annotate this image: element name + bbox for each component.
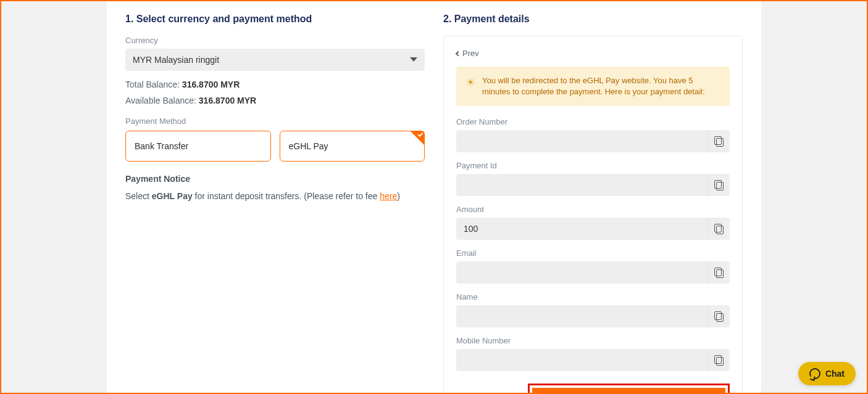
available-balance-label: Available Balance: (125, 96, 196, 105)
chat-widget[interactable]: Chat (798, 362, 856, 385)
proceed-highlight: Proceed (528, 384, 730, 394)
payment-method-eghl[interactable]: eGHL Pay (280, 131, 425, 162)
chat-icon (809, 368, 820, 379)
currency-select[interactable]: MYR Malaysian ringgit (125, 49, 425, 71)
selected-corner-icon (411, 131, 424, 145)
warning-message: You will be redirected to the eGHL Pay w… (482, 75, 720, 97)
step1-panel: 1. Select currency and payment method Cu… (125, 14, 425, 380)
payment-id-input[interactable] (456, 174, 707, 196)
chat-label: Chat (825, 369, 845, 379)
amount-input[interactable] (456, 218, 707, 240)
prev-link[interactable]: Prev (456, 49, 730, 58)
copy-icon (715, 312, 723, 321)
currency-label: Currency (125, 36, 425, 45)
step2-panel: 2. Payment details Prev ☀ You will be re… (443, 14, 743, 380)
copy-button[interactable] (707, 305, 730, 327)
step1-title: 1. Select currency and payment method (125, 14, 425, 25)
field-label: Name (456, 292, 730, 302)
copy-button[interactable] (707, 349, 730, 371)
payment-notice-text: Select eGHL Pay for instant deposit tran… (125, 191, 425, 201)
payment-details-panel: Prev ☀ You will be redirected to the eGH… (443, 36, 743, 394)
payment-method-label-text: eGHL Pay (289, 141, 328, 151)
total-balance-value: 316.8700 MYR (182, 80, 240, 89)
payment-method-group: Bank Transfer eGHL Pay (125, 131, 425, 162)
field-email: Email (456, 248, 730, 284)
sun-icon: ☀ (466, 76, 475, 97)
notice-prefix: Select (125, 191, 152, 201)
notice-bold: eGHL Pay (152, 191, 193, 201)
field-name: Name (456, 292, 730, 327)
notice-suffix: ) (397, 191, 400, 201)
cancel-button[interactable]: Cancel (456, 384, 518, 394)
copy-icon (715, 356, 723, 365)
copy-button[interactable] (707, 174, 730, 196)
fee-link[interactable]: here (380, 191, 397, 201)
prev-text: Prev (462, 49, 479, 58)
action-row: Cancel Proceed (456, 384, 730, 394)
available-balance-row: Available Balance: 316.8700 MYR (125, 96, 425, 105)
payment-method-bank-transfer[interactable]: Bank Transfer (125, 131, 271, 162)
field-label: Amount (456, 205, 730, 214)
copy-button[interactable] (707, 218, 730, 240)
copy-icon (715, 181, 723, 190)
field-mobile: Mobile Number (456, 336, 730, 371)
field-order-number: Order Number (456, 117, 730, 152)
currency-value: MYR Malaysian ringgit (133, 55, 219, 65)
payment-notice-title: Payment Notice (125, 174, 425, 184)
main-container: 1. Select currency and payment method Cu… (107, 1, 761, 393)
copy-icon (715, 137, 723, 146)
payment-method-label: Payment Method (125, 117, 425, 126)
notice-mid: for instant deposit transfers. (Please r… (193, 191, 380, 201)
field-amount: Amount (456, 205, 730, 240)
payment-method-label-text: Bank Transfer (135, 141, 188, 151)
copy-button[interactable] (707, 130, 730, 152)
copy-icon (715, 224, 723, 234)
field-label: Mobile Number (456, 336, 730, 345)
email-input[interactable] (456, 261, 707, 284)
copy-icon (715, 268, 723, 277)
total-balance-row: Total Balance: 316.8700 MYR (125, 80, 425, 89)
mobile-input[interactable] (456, 349, 707, 371)
step2-title: 2. Payment details (443, 14, 743, 25)
order-number-input[interactable] (456, 130, 707, 152)
field-label: Order Number (456, 117, 730, 126)
field-label: Email (456, 248, 730, 258)
chevron-left-icon (456, 51, 461, 55)
copy-button[interactable] (707, 261, 730, 284)
field-payment-id: Payment Id (456, 161, 730, 196)
available-balance-value: 316.8700 MYR (199, 96, 256, 105)
chevron-down-icon (410, 57, 417, 62)
field-label: Payment Id (456, 161, 730, 170)
name-input[interactable] (456, 305, 707, 327)
proceed-button[interactable]: Proceed (532, 388, 725, 394)
redirect-warning: ☀ You will be redirected to the eGHL Pay… (456, 67, 730, 106)
total-balance-label: Total Balance: (125, 80, 180, 89)
